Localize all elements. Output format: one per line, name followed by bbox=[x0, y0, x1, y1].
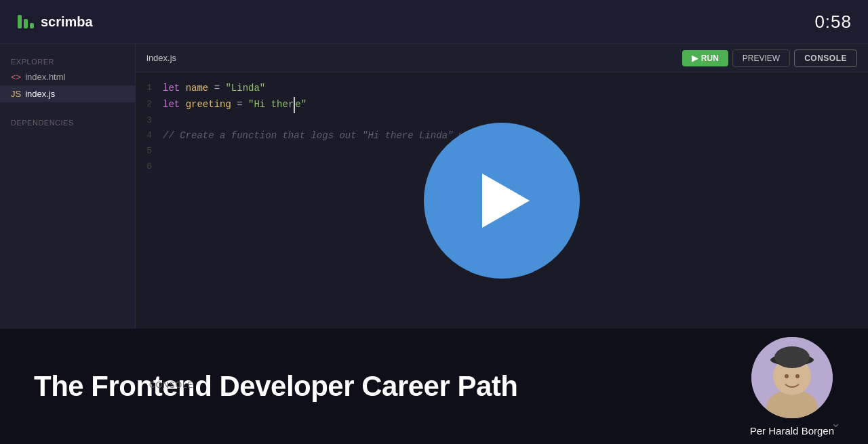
logo: scrimba bbox=[16, 12, 93, 31]
sidebar: EXPLORER <> index.html JS index.js DEPEN… bbox=[0, 44, 136, 329]
course-title: The Frontend Developer Career Path bbox=[34, 370, 518, 403]
code-text-2: let greeting = "Hi there" bbox=[163, 97, 307, 113]
avatar-image bbox=[751, 337, 833, 418]
console-label-bottom: CONSOLE bbox=[149, 380, 194, 390]
scrimba-logo-icon bbox=[16, 12, 35, 31]
editor-actions: ▶ RUN PREVIEW CONSOLE bbox=[682, 49, 857, 67]
line-num-1: 1 bbox=[136, 81, 163, 96]
explorer-label: EXPLORER bbox=[0, 52, 135, 68]
run-label: RUN bbox=[701, 54, 719, 63]
line-num-4: 4 bbox=[136, 128, 163, 143]
avatar bbox=[751, 337, 833, 418]
sidebar-item-label-html: index.html bbox=[25, 72, 65, 82]
svg-point-7 bbox=[774, 346, 810, 368]
editor-header: index.js ▶ RUN PREVIEW CONSOLE bbox=[136, 44, 868, 73]
editor-body[interactable]: 1 let name = "Linda" 2 let greeting = "H… bbox=[136, 73, 868, 329]
code-line-2: 2 let greeting = "Hi there" bbox=[136, 97, 868, 113]
dependencies-label: DEPENDENCIES bbox=[0, 113, 135, 129]
run-icon: ▶ bbox=[692, 54, 698, 63]
js-file-icon: JS bbox=[11, 89, 21, 99]
line-num-3: 3 bbox=[136, 113, 163, 128]
timer-display: 0:58 bbox=[814, 12, 852, 33]
run-button[interactable]: ▶ RUN bbox=[682, 50, 728, 66]
line-num-6: 6 bbox=[136, 159, 163, 174]
console-button[interactable]: CONSOLE bbox=[794, 49, 857, 67]
play-triangle-icon bbox=[482, 174, 530, 228]
expand-icon[interactable]: ⌄ bbox=[831, 416, 841, 430]
code-text-1: let name = "Linda" bbox=[163, 81, 265, 97]
svg-rect-0 bbox=[18, 15, 22, 28]
svg-point-9 bbox=[795, 374, 800, 378]
sidebar-item-index-html[interactable]: <> index.html bbox=[0, 68, 135, 85]
bottom-section: The Frontend Developer Career Path Per H… bbox=[0, 329, 868, 444]
line-num-5: 5 bbox=[136, 144, 163, 159]
editor-pane: index.js ▶ RUN PREVIEW CONSOLE 1 let nam… bbox=[136, 44, 868, 329]
sidebar-item-index-js[interactable]: JS index.js bbox=[0, 85, 135, 102]
logo-text: scrimba bbox=[41, 14, 93, 30]
instructor-name: Per Harald Borgen bbox=[750, 425, 834, 437]
html-file-icon: <> bbox=[11, 72, 21, 82]
svg-point-8 bbox=[785, 374, 789, 378]
svg-rect-1 bbox=[24, 19, 28, 28]
svg-rect-2 bbox=[30, 23, 34, 28]
sidebar-item-label-js: index.js bbox=[25, 89, 55, 99]
top-navigation: scrimba 0:58 bbox=[0, 0, 868, 44]
line-num-2: 2 bbox=[136, 97, 163, 112]
main-area: EXPLORER <> index.html JS index.js DEPEN… bbox=[0, 44, 868, 329]
instructor-area: Per Harald Borgen bbox=[750, 337, 834, 437]
preview-button[interactable]: PREVIEW bbox=[732, 49, 790, 67]
editor-filename: index.js bbox=[146, 53, 176, 63]
play-button[interactable] bbox=[424, 123, 580, 279]
code-line-1: 1 let name = "Linda" bbox=[136, 81, 868, 97]
